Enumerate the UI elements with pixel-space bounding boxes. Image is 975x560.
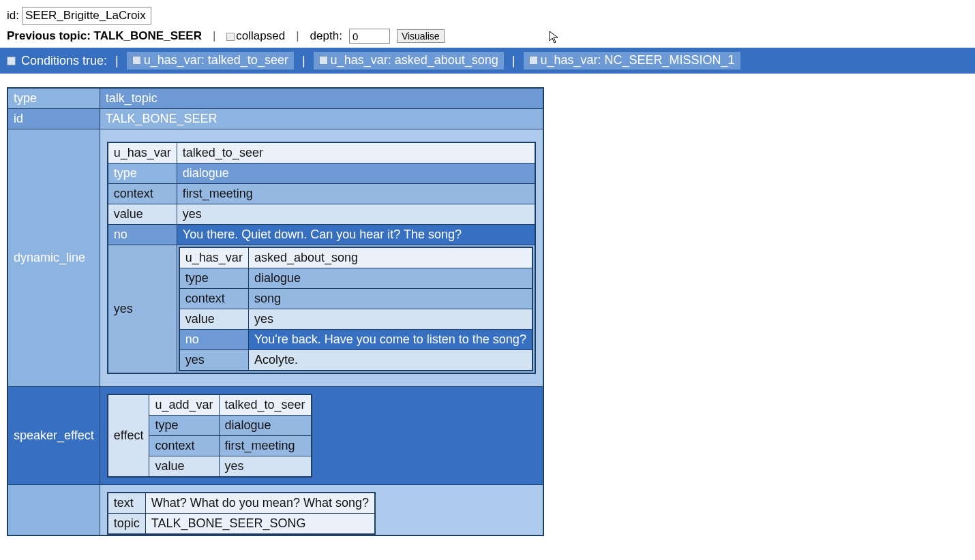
condition-checkbox[interactable] — [529, 56, 538, 65]
se-type-key: type — [149, 416, 219, 436]
dl-type-key: type — [108, 164, 177, 184]
dli-value-val: yes — [248, 309, 532, 330]
speaker-effect-key: speaker_effect — [7, 387, 100, 485]
id-val: TALK_BONE_SEER — [100, 109, 543, 129]
depth-label: depth: — [310, 29, 342, 43]
id-key: id — [7, 109, 100, 129]
dl-context-key: context — [108, 184, 177, 204]
dli-context-key: context — [179, 289, 249, 309]
condition-pill[interactable]: u_has_var: NC_SEER_MISSION_1 — [524, 52, 740, 69]
speaker-effect-cell: effect u_add_var talked_to_seer type dia… — [100, 387, 543, 485]
collapsed-checkbox[interactable]: collapsed — [226, 29, 285, 43]
visualise-button[interactable]: Visualise — [397, 29, 445, 43]
resp-text-key: text — [108, 493, 146, 514]
dli-yes-val: Acolyte. — [248, 350, 532, 371]
responses-cell: text What? What do you mean? What song? … — [100, 485, 543, 536]
dl-type-val: dialogue — [177, 164, 535, 184]
se-value-key: value — [149, 456, 219, 478]
dl-yes-cell: u_has_var asked_about_song type dialogue — [177, 245, 535, 374]
id-label: id: — [7, 9, 19, 22]
dl-context-val: first_meeting — [177, 184, 535, 204]
resp-text-val: What? What do you mean? What song? — [145, 493, 375, 514]
resp-topic-key: topic — [108, 514, 146, 535]
dli-uhasvar-key: u_has_var — [179, 247, 249, 268]
type-val: talk_topic — [100, 88, 543, 109]
separator: | — [292, 29, 303, 43]
dli-no-key: no — [179, 330, 249, 350]
resp-topic-val: TALK_BONE_SEER_SONG — [145, 514, 375, 535]
dli-value-key: value — [179, 309, 249, 330]
record-table: type talk_topic id TALK_BONE_SEER dynami… — [7, 87, 544, 536]
se-uaddvar-key: u_add_var — [149, 394, 219, 416]
dl-no-val: You there. Quiet down. Can you hear it? … — [177, 225, 535, 245]
dli-yes-key: yes — [179, 350, 249, 371]
condition-pill[interactable]: u_has_var: asked_about_song — [314, 52, 504, 69]
id-input[interactable] — [22, 7, 151, 25]
se-effect-key: effect — [108, 394, 149, 477]
dl-value-key: value — [108, 204, 177, 225]
se-context-val: first_meeting — [219, 436, 312, 456]
dl-value-val: yes — [177, 204, 535, 225]
type-key: type — [7, 88, 100, 109]
dli-type-val: dialogue — [248, 268, 532, 289]
dli-no-val: You're back. Have you come to listen to … — [248, 330, 532, 350]
dl-yes-key: yes — [108, 245, 177, 374]
se-context-key: context — [149, 436, 219, 456]
se-uaddvar-val: talked_to_seer — [219, 394, 312, 416]
dynamic-line-key: dynamic_line — [7, 129, 100, 387]
dli-context-val: song — [248, 289, 532, 309]
dl-uhasvar-val: talked_to_seer — [177, 142, 535, 164]
conditions-bar: Conditions true: | u_has_var: talked_to_… — [0, 48, 975, 74]
responses-key — [7, 485, 100, 536]
conditions-master-checkbox[interactable] — [7, 57, 16, 65]
se-value-val: yes — [219, 456, 312, 478]
condition-checkbox[interactable] — [132, 56, 141, 65]
dli-uhasvar-val: asked_about_song — [248, 247, 532, 268]
dynamic-line-cell: u_has_var talked_to_seer type dialogue c… — [100, 129, 543, 387]
prev-topic-label: Previous topic: TALK_BONE_SEER — [7, 29, 202, 43]
conditions-title: Conditions true: — [21, 54, 107, 68]
dli-type-key: type — [179, 268, 249, 289]
condition-checkbox[interactable] — [319, 56, 328, 65]
depth-input[interactable] — [349, 29, 390, 44]
dl-uhasvar-key: u_has_var — [108, 142, 177, 164]
dl-no-key: no — [108, 225, 177, 245]
se-type-val: dialogue — [219, 416, 312, 436]
condition-pill[interactable]: u_has_var: talked_to_seer — [127, 52, 294, 69]
separator: | — [209, 29, 220, 43]
